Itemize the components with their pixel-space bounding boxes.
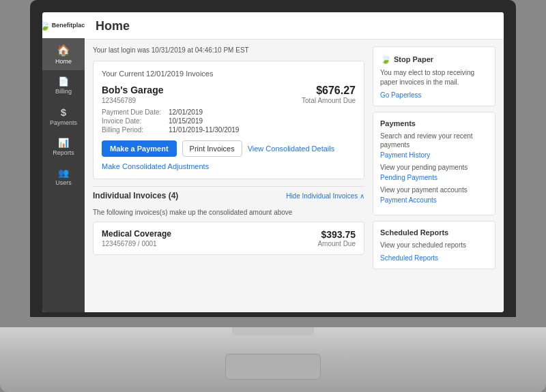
- sidebar-label-reports: Reports: [53, 149, 74, 156]
- invoice-amount-section: $676.27 Total Amount Due: [302, 85, 356, 104]
- pending-payments-text: View your pending payments: [380, 163, 488, 172]
- sidebar: 🍃 Benefitplace 🏠 Home 📄 Billing $ Paymen…: [42, 12, 85, 312]
- individual-invoices-title: Individual Invoices (4): [93, 191, 178, 200]
- payment-due-date-value: 12/01/2019: [169, 108, 356, 116]
- main-panel: Your last login was 10/31/2019 at 04:46:…: [93, 46, 364, 305]
- pending-payments-link[interactable]: Pending Payments: [380, 174, 488, 181]
- invoice-actions: Make a Payment Print Invoices View Conso…: [102, 140, 356, 170]
- invoice-details: Payment Due Date: 12/01/2019 Invoice Dat…: [102, 108, 356, 134]
- sub-invoice-amount-section: $393.75 Amount Due: [317, 229, 356, 247]
- hide-individual-invoices-toggle[interactable]: Hide Individual Invoices ∧: [286, 192, 364, 200]
- sidebar-item-billing[interactable]: 📄 Billing: [42, 70, 85, 100]
- leaf-icon: 🍃: [380, 54, 391, 64]
- home-icon: 🏠: [57, 45, 70, 56]
- invoice-date-label: Invoice Date:: [102, 117, 163, 125]
- invoice-header: Bob's Garage 123456789 $676.27 Total Amo…: [102, 85, 356, 104]
- go-paperless-link[interactable]: Go Paperless: [380, 91, 488, 99]
- payments-widget-title: Payments: [380, 119, 488, 127]
- sub-invoice-info: Medical Coverage 123456789 / 0001: [102, 229, 171, 247]
- individual-invoices-header: Individual Invoices (4) Hide Individual …: [93, 186, 364, 205]
- billing-icon: 📄: [58, 77, 69, 86]
- content-area: Your last login was 10/31/2019 at 04:46:…: [85, 40, 504, 312]
- payment-accounts-link[interactable]: Payment Accounts: [380, 196, 488, 204]
- sidebar-label-home: Home: [55, 58, 72, 65]
- scheduled-reports-text: View your scheduled reports: [380, 241, 488, 250]
- sidebar-item-users[interactable]: 👥 Users: [42, 162, 85, 192]
- scheduled-reports-link[interactable]: Scheduled Reports: [380, 254, 488, 262]
- invoice-section: Your Current 12/01/2019 Invoices Bob's G…: [93, 61, 364, 179]
- pending-payments-section: View your pending payments Pending Payme…: [380, 163, 488, 181]
- scheduled-reports-widget: Scheduled Reports View your scheduled re…: [373, 221, 495, 269]
- sub-invoice-amount-label: Amount Due: [317, 240, 356, 247]
- payment-history-section: Search and review your recent payments P…: [380, 132, 488, 159]
- sub-invoice-item: Medical Coverage 123456789 / 0001 $393.7…: [93, 222, 364, 255]
- right-panel: 🍃 Stop Paper You may elect to stop recei…: [373, 46, 495, 305]
- make-consolidated-adj-button[interactable]: Make Consolidated Adjustments: [102, 162, 209, 170]
- view-consolidated-button[interactable]: View Consolidated Details: [248, 145, 335, 153]
- print-invoices-button[interactable]: Print Invoices: [182, 140, 242, 157]
- laptop-notch: [232, 327, 314, 335]
- page-header: Home: [85, 12, 504, 40]
- individual-invoices-section: Individual Invoices (4) Hide Individual …: [93, 186, 364, 255]
- app-container: 🍃 Benefitplace 🏠 Home 📄 Billing $ Paymen…: [42, 12, 504, 312]
- laptop-wrapper: 🍃 Benefitplace 🏠 Home 📄 Billing $ Paymen…: [0, 0, 546, 392]
- payment-due-date-label: Payment Due Date:: [102, 108, 163, 116]
- laptop-body: [0, 327, 546, 392]
- invoice-total-amount: $676.27: [302, 85, 356, 97]
- laptop-screen: 🍃 Benefitplace 🏠 Home 📄 Billing $ Paymen…: [42, 12, 504, 312]
- make-payment-button[interactable]: Make a Payment: [102, 140, 177, 157]
- payment-history-link[interactable]: Payment History: [380, 151, 488, 159]
- sub-invoice-name: Medical Coverage: [102, 229, 171, 239]
- payment-history-text: Search and review your recent payments: [380, 132, 488, 149]
- invoice-company-name: Bob's Garage: [102, 85, 163, 95]
- payment-accounts-section: View your payment accounts Payment Accou…: [380, 185, 488, 204]
- invoice-company-info: Bob's Garage 123456789: [102, 85, 163, 104]
- sidebar-item-payments[interactable]: $ Payments: [42, 100, 85, 132]
- page-title: Home: [96, 19, 130, 33]
- logo-leaf-icon: 🍃: [42, 20, 51, 31]
- invoice-date-value: 10/15/2019: [169, 117, 356, 125]
- individual-invoices-note: The following invoices(s) make up the co…: [93, 205, 364, 222]
- billing-period-value: 11/01/2019-11/30/2019: [169, 126, 356, 134]
- stop-paper-title: 🍃 Stop Paper: [380, 54, 488, 64]
- billing-period-label: Billing Period:: [102, 126, 163, 134]
- scheduled-reports-title: Scheduled Reports: [380, 228, 488, 237]
- sidebar-item-home[interactable]: 🏠 Home: [42, 38, 85, 70]
- invoice-amount-label: Total Amount Due: [302, 97, 356, 104]
- stop-paper-text: You may elect to stop receiving paper in…: [380, 68, 488, 87]
- stop-paper-widget: 🍃 Stop Paper You may elect to stop recei…: [373, 46, 495, 106]
- reports-icon: 📊: [58, 138, 69, 147]
- last-login-text: Your last login was 10/31/2019 at 04:46:…: [93, 46, 364, 54]
- invoices-section-title: Your Current 12/01/2019 Invoices: [102, 70, 356, 78]
- payments-icon: $: [61, 107, 66, 117]
- payments-widget: Payments Search and review your recent p…: [373, 112, 495, 215]
- sub-invoice-amount-value: $393.75: [317, 229, 356, 240]
- main-content: Home Your last login was 10/31/2019 at 0…: [85, 12, 504, 312]
- sidebar-label-payments: Payments: [50, 119, 77, 126]
- brand-logo: 🍃 Benefitplace: [42, 12, 85, 38]
- invoice-account-id: 123456789: [102, 97, 163, 104]
- payment-accounts-text: View your payment accounts: [380, 185, 488, 194]
- sub-invoice-id: 123456789 / 0001: [102, 240, 171, 247]
- users-icon: 👥: [58, 168, 69, 177]
- brand-name: Benefitplace: [52, 22, 89, 29]
- sidebar-item-reports[interactable]: 📊 Reports: [42, 132, 85, 162]
- sidebar-label-billing: Billing: [55, 88, 72, 95]
- sidebar-label-users: Users: [55, 179, 72, 186]
- laptop-trackpad: [225, 354, 321, 380]
